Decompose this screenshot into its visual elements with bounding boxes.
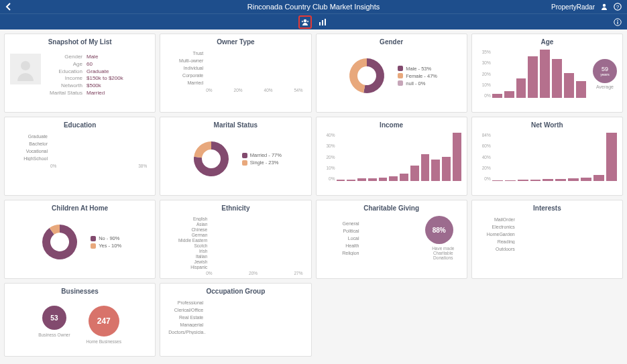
card-gender: Gender Male - 53%Female - 47%null - 0% — [316, 34, 467, 113]
card-title: Income — [322, 121, 461, 129]
dashboard-grid: Snapshot of My List GenderMaleAge60Educa… — [0, 29, 627, 361]
card-education: Education GraduateBachelorVocationalHigh… — [4, 117, 156, 196]
people-icon[interactable] — [298, 15, 312, 29]
card-title: Occupation Group — [166, 288, 305, 295]
chart-icon[interactable] — [316, 15, 329, 29]
card-owner-type: Owner Type TrustMulti-ownerIndividualCor… — [160, 34, 311, 113]
interests-chart: MailOrderElectronicsHomeGardenReadingOut… — [477, 216, 617, 253]
svg-point-4 — [301, 20, 303, 22]
card-title: Gender — [322, 38, 461, 46]
card-title: Marital Status — [166, 121, 305, 129]
back-button[interactable] — [5, 3, 12, 11]
charitable-pct-badge: 88% — [425, 216, 453, 244]
card-children: Children At Home No - 90%Yes - 10% — [4, 200, 156, 279]
networth-chart: 84%60%40%20%0% — [477, 133, 617, 181]
age-chart: 35%30%20%10%0% — [477, 50, 586, 98]
owner-type-chart: TrustMulti-ownerIndividualCorporateMarri… — [166, 50, 305, 93]
svg-point-3 — [303, 19, 306, 21]
card-title: Charitable Giving — [322, 204, 461, 212]
svg-point-10 — [617, 19, 618, 21]
card-businesses: Businesses 53Business Owner247Home Busin… — [4, 283, 156, 357]
toolbar — [0, 13, 627, 29]
education-chart: GraduateBachelorVocationalHighSchool0%38… — [10, 133, 150, 168]
age-average-badge: 59 years — [593, 59, 617, 83]
snapshot-table: GenderMaleAge60EducationGraduateIncome$1… — [46, 54, 123, 97]
user-icon[interactable] — [600, 3, 608, 11]
ethnicity-chart: EnglishAsianChineseGermanMiddle EasternS… — [166, 216, 305, 276]
card-title: Net Worth — [477, 121, 617, 129]
svg-rect-6 — [319, 22, 321, 25]
svg-point-12 — [21, 61, 30, 70]
card-title: Age — [477, 38, 617, 46]
help-icon[interactable]: ? — [614, 3, 622, 11]
card-title: Interests — [477, 204, 617, 212]
card-marital: Marital Status Married - 77%Single - 23% — [160, 117, 311, 196]
avatar-placeholder — [10, 54, 41, 84]
card-title: Snapshot of My List — [10, 38, 150, 46]
gender-chart: Male - 53%Female - 47%null - 0% — [322, 50, 461, 102]
card-age: Age 35%30%20%10%0% 59 years Average — [471, 34, 623, 113]
card-occupation: Occupation Group ProfessionalClerical/Of… — [160, 283, 311, 357]
occupation-chart: ProfessionalClerical/OfficeReal EstateMa… — [166, 299, 305, 336]
svg-point-0 — [603, 4, 606, 7]
card-charitable: Charitable Giving GeneralPoliticalLocalH… — [316, 200, 467, 279]
card-ethnicity: Ethnicity EnglishAsianChineseGermanMiddl… — [160, 200, 311, 279]
page-title: Rinconada Country Club Market Insights — [5, 3, 622, 11]
card-title: Ethnicity — [166, 204, 305, 212]
card-snapshot: Snapshot of My List GenderMaleAge60Educa… — [4, 34, 156, 113]
card-title: Education — [10, 121, 150, 129]
card-networth: Net Worth 84%60%40%20%0% — [471, 117, 623, 196]
brand-label: PropertyRadar — [551, 3, 595, 11]
charitable-chart: GeneralPoliticalLocalHealthReligion — [322, 220, 418, 257]
card-title: Children At Home — [10, 204, 150, 212]
svg-rect-8 — [325, 19, 326, 25]
svg-rect-11 — [617, 21, 618, 24]
card-title: Businesses — [10, 288, 150, 295]
svg-rect-7 — [322, 20, 323, 25]
info-icon[interactable] — [614, 18, 622, 26]
svg-text:?: ? — [616, 4, 620, 10]
income-chart: 40%30%20%10%0% — [322, 133, 461, 181]
marital-chart: Married - 77%Single - 23% — [166, 133, 305, 185]
card-title: Owner Type — [166, 38, 305, 46]
card-income: Income 40%30%20%10%0% — [316, 117, 467, 196]
svg-point-5 — [306, 20, 308, 22]
businesses-chart: 53Business Owner247Home Businesses — [10, 299, 150, 344]
app-header: Rinconada Country Club Market Insights P… — [0, 0, 627, 13]
card-interests: Interests MailOrderElectronicsHomeGarden… — [471, 200, 623, 279]
children-chart: No - 90%Yes - 10% — [10, 216, 150, 268]
